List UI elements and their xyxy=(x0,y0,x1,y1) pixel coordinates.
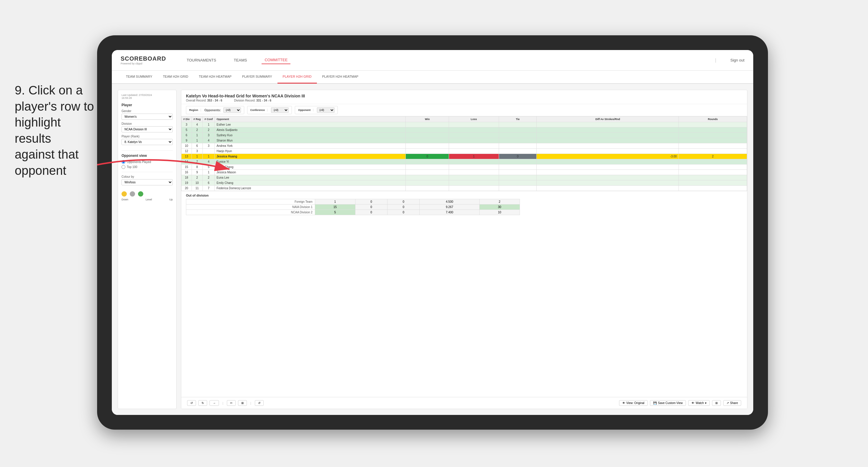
cell-diff xyxy=(537,180,679,186)
sub-nav-team-h2h-heatmap[interactable]: TEAM H2H HEATMAP xyxy=(194,70,237,84)
ood-row[interactable]: NCAA Division 2 5 0 0 7.400 10 xyxy=(186,210,520,215)
table-row[interactable]: 18 2 2 Euna Lee xyxy=(182,175,747,180)
cell-tie xyxy=(499,159,537,164)
table-row[interactable]: 10 6 3 Andrea York xyxy=(182,143,747,149)
nav-teams[interactable]: TEAMS xyxy=(231,57,250,64)
table-row[interactable]: 19 10 6 Emily Chang xyxy=(182,180,747,186)
legend-down-circle xyxy=(122,191,127,196)
watch-icon: 👁 xyxy=(691,401,694,405)
table-row[interactable]: 14 7 4 Eunice Yi xyxy=(182,159,747,164)
undo-btn[interactable]: ↺ xyxy=(187,400,196,406)
conference-filter-section: Conference (All) xyxy=(247,106,292,114)
bottom-toolbar: ↺ ↻ → | ✂ ⊞ | ↺ 👁 View: Original 💾 S xyxy=(181,397,747,409)
cell-conf: 5 xyxy=(203,164,215,170)
cell-diff xyxy=(537,164,679,170)
conference-filter-label: Conference xyxy=(250,108,268,112)
table-row[interactable]: 16 9 1 Jessica Mason xyxy=(182,170,747,175)
opponent-view-title: Opponent view xyxy=(122,154,173,158)
cell-diff: -3.00 xyxy=(537,154,679,159)
cell-rounds xyxy=(679,180,747,186)
view-original-label: View: Original xyxy=(626,401,645,405)
share-icon: ↗ xyxy=(726,401,729,405)
cell-opponent: Euna Lee xyxy=(215,175,406,180)
cell-tie xyxy=(499,143,537,149)
cell-tie xyxy=(499,186,537,191)
colour-by-select[interactable]: Win/loss xyxy=(122,179,173,185)
cell-div: 14 xyxy=(182,159,192,164)
redo-btn[interactable]: ↻ xyxy=(198,400,207,406)
table-row[interactable]: 12 3 Haejo Hyun xyxy=(182,149,747,154)
conference-select[interactable]: (All) xyxy=(271,107,289,113)
cell-conf: 1 xyxy=(203,122,215,127)
cell-opponent: Sydney Kuo xyxy=(215,133,406,138)
ood-loss: 0 xyxy=(355,199,387,205)
content-panel: Katelyn Vo Head-to-Head Grid for Women's… xyxy=(181,90,747,409)
col-tie: Tie xyxy=(499,117,537,122)
save-custom-view-btn[interactable]: 💾 Save Custom View xyxy=(650,400,686,406)
radio-opponents-played[interactable]: Opponents Played xyxy=(122,160,173,164)
region-select[interactable]: (All) xyxy=(223,107,241,113)
cell-conf: 2 xyxy=(203,127,215,133)
sub-nav-player-h2h-heatmap[interactable]: PLAYER H2H HEATMAP xyxy=(317,70,364,84)
table-row[interactable]: 6 1 3 Sydney Kuo xyxy=(182,133,747,138)
cell-opponent: Jessica Huang xyxy=(215,154,406,159)
grid-container[interactable]: # Div # Reg # Conf Opponent Win Loss Tie… xyxy=(181,116,747,397)
watch-btn[interactable]: 👁 Watch ▾ xyxy=(688,400,710,406)
legend-up-label: Up xyxy=(169,198,173,201)
view-original-btn[interactable]: 👁 View: Original xyxy=(619,400,648,406)
cell-diff xyxy=(537,170,679,175)
table-row[interactable]: 3 4 1 Esther Lee xyxy=(182,122,747,127)
share-btn[interactable]: ↗ Share xyxy=(723,400,741,406)
radio-top100[interactable]: Top 100 xyxy=(122,165,173,169)
legend-up-circle xyxy=(138,191,143,196)
opponent-filter-section: Opponent (All) xyxy=(295,106,338,114)
grid-btn[interactable]: ⊞ xyxy=(712,400,721,406)
opponent-filter-label: Opponent xyxy=(298,108,313,112)
panel-header: Katelyn Vo Head-to-Head Grid for Women's… xyxy=(181,90,747,104)
sub-nav-player-summary[interactable]: PLAYER SUMMARY xyxy=(237,70,277,84)
ood-row[interactable]: NAIA Division 1 15 0 0 9.267 30 xyxy=(186,205,520,210)
table-row[interactable]: 9 1 4 Sharon Mun xyxy=(182,138,747,143)
table-row[interactable]: 13 1 1 Jessica Huang 0 1 0 -3.00 2 xyxy=(182,154,747,159)
sub-nav-player-h2h-grid[interactable]: PLAYER H2H GRID xyxy=(277,70,317,84)
instruction-text: 9. Click on a player's row to highlight … xyxy=(15,83,94,179)
cell-diff xyxy=(537,143,679,149)
gender-label: Gender xyxy=(122,110,173,113)
ood-diff: 4.500 xyxy=(420,199,479,205)
opponent-select[interactable]: (All) xyxy=(317,107,335,113)
cell-reg: 8 xyxy=(191,164,203,170)
gender-select[interactable]: Women's xyxy=(122,114,173,120)
nav-committee[interactable]: COMMITTEE xyxy=(261,56,290,64)
table-row[interactable]: 15 8 5 Stella Chang xyxy=(182,164,747,170)
forward-btn[interactable]: → xyxy=(210,400,219,406)
cell-loss: 1 xyxy=(449,154,499,159)
table-row[interactable]: 20 11 7 Federica Domecq Lacroze xyxy=(182,186,747,191)
col-win: Win xyxy=(406,117,449,122)
player-rank-select[interactable]: 8. Katelyn Vo xyxy=(122,139,173,145)
division-label: Division xyxy=(122,122,173,125)
sign-out-btn[interactable]: Sign out xyxy=(730,58,744,62)
cell-reg: 4 xyxy=(191,122,203,127)
view-icon: 👁 xyxy=(622,401,625,405)
refresh-btn[interactable]: ↺ xyxy=(255,400,264,406)
sub-nav-team-summary[interactable]: TEAM SUMMARY xyxy=(121,70,158,84)
cell-div: 19 xyxy=(182,180,192,186)
cut-btn[interactable]: ✂ xyxy=(227,400,236,406)
ood-row[interactable]: Foreign Team 1 0 0 4.500 2 xyxy=(186,199,520,205)
share-label: Share xyxy=(730,401,738,405)
nav-tournaments[interactable]: TOURNAMENTS xyxy=(184,57,219,64)
table-row[interactable]: 5 2 2 Alexis Sudjianto xyxy=(182,127,747,133)
copy-btn[interactable]: ⊞ xyxy=(238,400,247,406)
cell-opponent: Emily Chang xyxy=(215,180,406,186)
cell-loss xyxy=(449,149,499,154)
cell-win xyxy=(406,186,449,191)
tablet-frame: SCOREBOARD Powered by clippd TOURNAMENTS… xyxy=(97,35,768,430)
sub-nav-team-h2h-grid[interactable]: TEAM H2H GRID xyxy=(158,70,194,84)
cell-rounds xyxy=(679,143,747,149)
division-select[interactable]: NCAA Division III xyxy=(122,126,173,132)
cell-win xyxy=(406,138,449,143)
cell-rounds xyxy=(679,175,747,180)
cell-win xyxy=(406,149,449,154)
cell-win: 0 xyxy=(406,154,449,159)
cell-div: 12 xyxy=(182,149,192,154)
